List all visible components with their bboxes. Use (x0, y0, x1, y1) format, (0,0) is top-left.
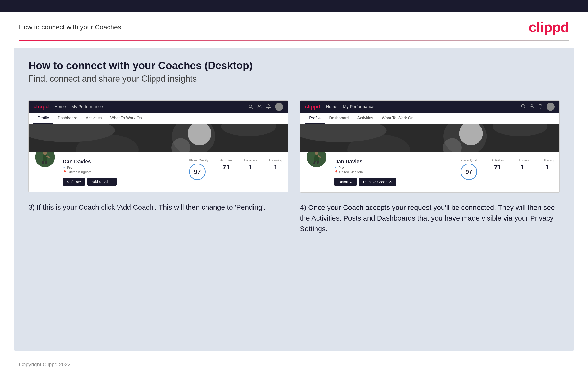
location-icon-right: 📍 (334, 170, 338, 174)
main-content: How to connect with your Coaches (Deskto… (14, 48, 574, 351)
profile-buttons-left: Unfollow Add Coach + (63, 178, 182, 185)
screenshot-left: clippd Home My Performance (28, 100, 288, 192)
tab-profile-right[interactable]: Profile (305, 113, 325, 124)
user-badge-right: ✔ Pro (334, 166, 453, 169)
svg-point-4 (278, 105, 280, 107)
stat-playerquality-left: Player Quality 97 (189, 158, 208, 180)
svg-line-1 (251, 108, 253, 109)
user-info-left: Dan Davies ✔ Pro 📍 United Kingdom Unfoll… (63, 157, 182, 185)
mock-nav-right-right (521, 103, 555, 111)
mock-nav-performance-left[interactable]: My Performance (71, 104, 103, 109)
mock-nav-home-right[interactable]: Home (326, 104, 337, 109)
profile-body-right: Dan Davies ✔ Pro 📍 United Kingdom Unfoll… (300, 152, 559, 192)
top-bar (0, 0, 588, 12)
page-footer: Copyright Clippd 2022 (0, 358, 588, 367)
screenshot-right: clippd Home My Performance (300, 100, 560, 193)
screenshot-left-col: clippd Home My Performance (28, 100, 288, 234)
mock-nav-right-left (249, 103, 283, 111)
svg-point-16 (550, 105, 552, 107)
step4-description: 4) Once your Coach accepts your request … (300, 202, 560, 234)
stat-activities-left: Activities 71 (220, 158, 232, 171)
user-icon-right[interactable] (529, 104, 534, 109)
page-title: How to connect with your Coaches (19, 24, 121, 31)
mock-nav-left: clippd Home My Performance (29, 100, 288, 113)
plus-icon: + (110, 180, 112, 184)
profile-banner-right (300, 124, 559, 152)
mock-tabs-right: Profile Dashboard Activities What To Wor… (300, 113, 559, 124)
playerquality-circle-left: 97 (189, 164, 206, 180)
copyright-text: Copyright Clippd 2022 (19, 362, 71, 367)
search-icon-right[interactable] (521, 104, 526, 109)
profile-body-left: Dan Davies ✔ Pro 📍 United Kingdom Unfoll… (29, 152, 288, 192)
unfollow-button-right[interactable]: Unfollow (334, 178, 356, 186)
user-location-left: 📍 United Kingdom (63, 170, 182, 174)
tab-profile-left[interactable]: Profile (33, 113, 53, 124)
page-header: How to connect with your Coaches clippd (0, 12, 588, 35)
profile-buttons-right: Unfollow Remove Coach ✕ (334, 178, 453, 186)
mock-logo-left: clippd (33, 104, 49, 110)
playerquality-circle-right: 97 (460, 164, 477, 180)
mock-nav-right: clippd Home My Performance (300, 100, 559, 113)
header-divider (19, 40, 569, 41)
mock-nav-performance-right[interactable]: My Performance (343, 104, 374, 109)
user-badge-left: ✔ Pro (63, 166, 182, 169)
user-location-right: 📍 United Kingdom (334, 170, 453, 174)
user-name-left: Dan Davies (63, 158, 182, 165)
mock-tabs-left: Profile Dashboard Activities What To Wor… (29, 113, 288, 124)
tab-dashboard-right[interactable]: Dashboard (325, 113, 353, 124)
mock-nav-home-left[interactable]: Home (54, 104, 66, 109)
svg-point-3 (268, 108, 269, 109)
user-info-right: Dan Davies ✔ Pro 📍 United Kingdom Unfoll… (334, 157, 453, 186)
section-title: How to connect with your Coaches (Deskto… (28, 60, 560, 71)
badge-label-right: Pro (338, 166, 344, 169)
avatar-nav-right (546, 103, 555, 111)
unfollow-button-left[interactable]: Unfollow (63, 178, 85, 185)
mock-logo-right: clippd (305, 104, 320, 110)
profile-banner-left (29, 124, 288, 152)
badge-label-left: Pro (67, 166, 72, 169)
clippd-logo: clippd (528, 19, 569, 35)
stat-playerquality-right: Player Quality 97 (460, 158, 480, 180)
section-subtitle: Find, connect and share your Clippd insi… (28, 74, 560, 84)
tab-whattoworkon-right[interactable]: What To Work On (377, 113, 418, 124)
add-coach-button[interactable]: Add Coach + (87, 178, 117, 185)
tab-activities-right[interactable]: Activities (353, 113, 377, 124)
verified-icon-left: ✔ (63, 166, 66, 169)
svg-point-12 (521, 104, 524, 107)
tab-dashboard-left[interactable]: Dashboard (53, 113, 81, 124)
svg-point-15 (540, 108, 541, 108)
tab-activities-left[interactable]: Activities (81, 113, 106, 124)
screenshot-right-col: clippd Home My Performance (300, 100, 560, 234)
step3-description: 3) If this is your Coach click 'Add Coac… (28, 202, 288, 212)
remove-coach-button[interactable]: Remove Coach ✕ (359, 178, 396, 186)
svg-point-0 (249, 105, 252, 108)
svg-point-2 (259, 105, 260, 107)
screenshots-row: clippd Home My Performance (28, 100, 560, 234)
avatar-nav-left (275, 103, 283, 111)
stat-activities-right: Activities 71 (492, 158, 504, 171)
search-icon-left[interactable] (249, 104, 253, 109)
mock-stats-left: Player Quality 97 Activities 71 Follower… (189, 157, 282, 180)
stat-followers-right: Followers 1 (516, 158, 529, 171)
stat-following-right: Following 1 (541, 158, 554, 171)
location-icon-left: 📍 (63, 170, 67, 174)
user-name-right: Dan Davies (334, 158, 453, 165)
user-icon-left[interactable] (257, 104, 262, 109)
svg-point-14 (531, 105, 533, 107)
close-icon: ✕ (389, 180, 392, 184)
verified-icon-right: ✔ (334, 166, 337, 169)
stat-following-left: Following 1 (269, 158, 282, 171)
tab-whattoworkon-left[interactable]: What To Work On (106, 113, 146, 124)
bell-icon-left[interactable] (266, 104, 271, 109)
stat-followers-left: Followers 1 (244, 158, 257, 171)
svg-line-13 (524, 107, 526, 108)
mock-stats-right: Player Quality 97 Activities 71 Follower… (460, 157, 554, 180)
bell-icon-right[interactable] (538, 104, 543, 109)
